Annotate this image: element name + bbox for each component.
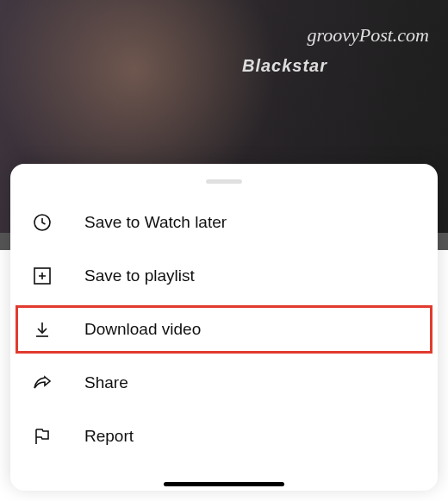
flag-icon xyxy=(31,425,53,448)
menu-item-download[interactable]: Download video xyxy=(13,303,435,356)
amp-brand-label: Blackstar xyxy=(242,56,327,76)
menu-item-report[interactable]: Report xyxy=(10,410,438,463)
share-icon xyxy=(31,372,53,394)
menu-item-watch-later[interactable]: Save to Watch later xyxy=(10,196,438,249)
menu-item-share[interactable]: Share xyxy=(10,356,438,410)
menu-item-label: Save to Watch later xyxy=(84,213,227,232)
clock-icon xyxy=(31,211,53,234)
home-indicator[interactable] xyxy=(164,482,284,486)
watermark-text: groovyPost.com xyxy=(307,24,429,47)
menu-item-label: Report xyxy=(84,427,134,446)
sheet-grabber[interactable] xyxy=(206,179,242,184)
menu-item-label: Download video xyxy=(84,320,201,339)
download-icon xyxy=(31,318,53,341)
menu-item-save-playlist[interactable]: Save to playlist xyxy=(10,249,438,303)
playlist-add-icon xyxy=(31,265,53,287)
bottom-sheet: Save to Watch later Save to playlist Dow… xyxy=(10,164,438,491)
menu-item-label: Save to playlist xyxy=(84,266,195,285)
menu-item-label: Share xyxy=(84,373,128,392)
